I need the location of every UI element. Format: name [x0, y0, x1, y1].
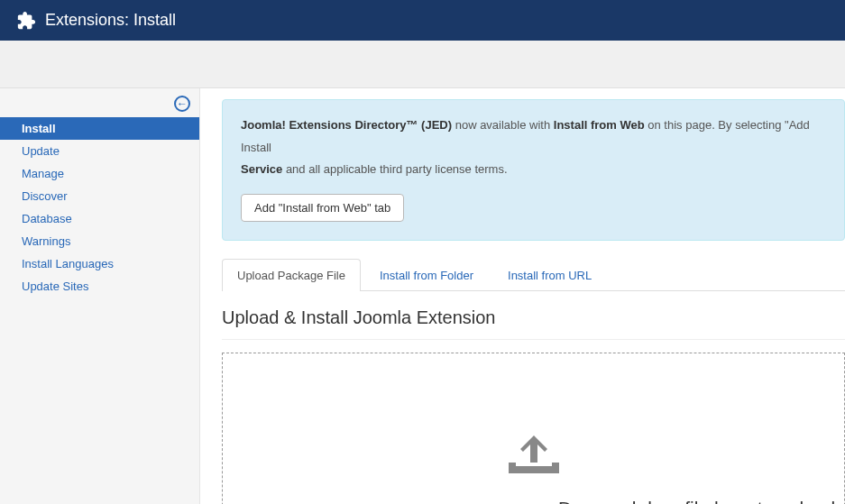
- alert-strong-jed: Joomla! Extensions Directory™ (JED): [241, 118, 452, 132]
- divider: [222, 339, 845, 340]
- alert-text-1: now available with: [452, 118, 554, 132]
- sidebar: ← Install Update Manage Discover Databas…: [0, 88, 200, 504]
- upload-icon: [509, 435, 559, 476]
- info-alert: Joomla! Extensions Directory™ (JED) now …: [222, 99, 845, 241]
- alert-strong-ifw: Install from Web: [554, 118, 645, 132]
- page-header: Extensions: Install: [0, 0, 845, 41]
- tabs: Upload Package File Install from Folder …: [222, 259, 845, 291]
- section-heading: Upload & Install Joomla Extension: [222, 307, 845, 328]
- sidebar-item-install[interactable]: Install: [0, 117, 199, 140]
- sidebar-item-warnings[interactable]: Warnings: [0, 230, 199, 252]
- add-install-from-web-button[interactable]: Add "Install from Web" tab: [241, 194, 404, 222]
- sidebar-item-discover[interactable]: Discover: [0, 185, 199, 207]
- sidebar-collapse[interactable]: ←: [0, 94, 199, 117]
- main-content: Joomla! Extensions Directory™ (JED) now …: [200, 88, 845, 504]
- sidebar-item-update[interactable]: Update: [0, 140, 199, 162]
- tab-install-from-url[interactable]: Install from URL: [492, 259, 607, 291]
- tab-upload-package-file[interactable]: Upload Package File: [222, 259, 361, 291]
- sidebar-item-update-sites[interactable]: Update Sites: [0, 275, 199, 298]
- sidebar-item-install-languages[interactable]: Install Languages: [0, 252, 199, 275]
- toolbar: [0, 41, 845, 88]
- alert-text-3: and all applicable third party license t…: [282, 162, 507, 176]
- dropzone-text: Drag and drop file here to upload.: [558, 498, 844, 504]
- tab-install-from-folder[interactable]: Install from Folder: [364, 259, 489, 291]
- alert-text: Joomla! Extensions Directory™ (JED) now …: [241, 115, 826, 181]
- puzzle-icon: [16, 11, 36, 31]
- upload-dropzone[interactable]: Drag and drop file here to upload.: [222, 353, 845, 504]
- arrow-left-circle-icon: ←: [174, 96, 190, 112]
- alert-strong-service: Service: [241, 162, 282, 176]
- sidebar-item-manage[interactable]: Manage: [0, 162, 199, 185]
- sidebar-item-database[interactable]: Database: [0, 207, 199, 230]
- page-title: Extensions: Install: [45, 11, 176, 30]
